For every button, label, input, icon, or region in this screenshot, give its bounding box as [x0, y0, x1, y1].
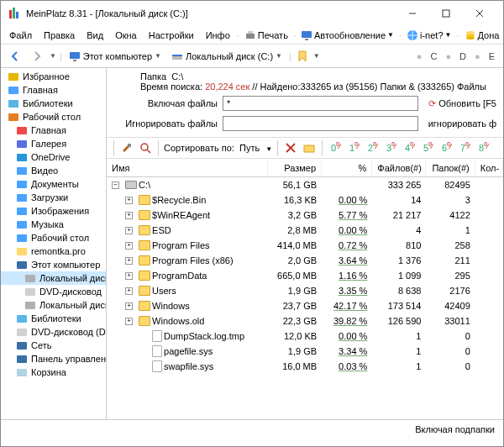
sidebar-item[interactable]: Локальный диск [1, 298, 106, 312]
sidebar-item[interactable]: Рабочий стол [1, 110, 106, 124]
sidebar-item[interactable]: Изображения [1, 204, 106, 218]
table-row[interactable]: + Windows.old 22,3 GB 39.82 % 126 590 33… [107, 313, 503, 329]
table-row[interactable]: − C:\ 56,1 GB 333 265 82495 [107, 177, 503, 192]
file-icon [152, 330, 162, 342]
print-button[interactable]: Печать [241, 28, 291, 43]
group-1-icon[interactable]: 1% [346, 140, 361, 155]
expander-icon[interactable]: + [125, 318, 133, 325]
breadcrumb-pc[interactable]: Этот компьютер ▼ [66, 50, 165, 63]
sidebar-item[interactable]: Локальный диск [1, 271, 106, 285]
table-row[interactable]: + $Recycle.Bin 16,3 KB 0.00 % 14 3 [107, 192, 503, 208]
expander-icon[interactable]: + [125, 227, 133, 234]
sidebar-item[interactable]: Музыка [1, 218, 106, 231]
delete-icon[interactable] [283, 140, 298, 155]
group-0-icon[interactable]: 0% [328, 140, 343, 155]
table-row[interactable]: + ESD 2,8 MB 0.00 % 4 1 [107, 223, 503, 238]
refresh-button[interactable]: ⟳ Обновить [F5 [428, 98, 496, 109]
menu-view[interactable]: Вид [81, 29, 108, 42]
minimize-button[interactable] [396, 3, 429, 24]
sidebar-item[interactable]: Рабочий стол [1, 231, 106, 245]
group-4-icon[interactable]: 4% [402, 140, 417, 155]
group-5-icon[interactable]: 5% [420, 140, 435, 155]
menu-info[interactable]: Инфо [201, 29, 235, 42]
maximize-button[interactable] [429, 3, 463, 24]
col-size[interactable]: Размер [268, 160, 322, 176]
sidebar-item-label: Галерея [31, 139, 66, 149]
sidebar-item[interactable]: Библиотеки [1, 97, 106, 110]
row-size: 12,0 KB [268, 330, 322, 342]
menu-windows[interactable]: Окна [110, 29, 142, 42]
menu-settings[interactable]: Настройки [144, 29, 199, 42]
table-row[interactable]: + Windows 23,7 GB 42.17 % 173 514 42409 [107, 298, 503, 313]
table-row[interactable]: + Program Files (x86) 2,0 GB 3.64 % 1 37… [107, 253, 503, 268]
row-dirs: 42409 [426, 300, 475, 312]
sidebar-item[interactable]: DVD-дисковод (D:) [1, 325, 106, 339]
col-name[interactable]: Имя [107, 160, 268, 176]
table-row[interactable]: DumpStack.log.tmp 12,0 KB 0.00 % 1 0 [107, 329, 503, 344]
expander-icon[interactable]: + [125, 302, 133, 310]
sidebar-item[interactable]: Галерея [1, 137, 106, 150]
ignore-input[interactable] [223, 116, 418, 131]
group-3-icon[interactable]: 3% [383, 140, 398, 155]
open-icon[interactable] [302, 140, 317, 155]
group-6-icon[interactable]: 6% [438, 140, 454, 155]
drive-letter-e[interactable]: E [486, 51, 498, 61]
expander-icon[interactable]: − [112, 181, 119, 189]
sidebar-item[interactable]: DVD-дисковод [1, 285, 106, 298]
col-pct[interactable]: % [322, 160, 372, 176]
table-row[interactable]: + Program Files 414,0 MB 0.72 % 810 258 [107, 238, 503, 253]
sidebar-item[interactable]: Видео [1, 164, 106, 177]
expander-icon[interactable]: + [125, 257, 133, 265]
expander-icon[interactable]: + [125, 272, 133, 280]
hammer-icon[interactable] [119, 140, 134, 155]
breadcrumb-drive[interactable]: Локальный диск (C:) ▼ [168, 50, 286, 63]
sidebar-item[interactable]: Панель управления [1, 352, 106, 365]
table-row[interactable]: + Users 1,9 GB 3.35 % 8 638 2176 [107, 283, 503, 298]
inet-button[interactable]: i-net? ▼ [403, 28, 454, 43]
group-7-icon[interactable]: 7% [457, 140, 472, 155]
col-dirs[interactable]: Папок(#) [426, 160, 475, 176]
autoupdate-button[interactable]: Автообновление ▼ [297, 28, 397, 43]
sidebar-item-label: Главная [23, 85, 58, 95]
close-button[interactable] [463, 3, 496, 24]
donate-button[interactable]: Дона [461, 28, 503, 43]
expander-icon[interactable]: + [125, 212, 133, 219]
sidebar-item[interactable]: Сеть [1, 339, 106, 352]
search-icon[interactable] [138, 140, 153, 155]
menu-edit[interactable]: Правка [39, 29, 80, 42]
expander-icon[interactable]: + [125, 197, 133, 204]
sidebar-item[interactable]: OneDrive [1, 150, 106, 164]
sidebar-item[interactable]: Загрузки [1, 191, 106, 204]
table-row[interactable]: swapfile.sys 16,0 MB 0.03 % 1 0 [107, 359, 503, 374]
bookmark-icon[interactable] [295, 49, 310, 64]
sidebar-item[interactable]: Документы [1, 177, 106, 191]
sort-by-dropdown[interactable]: Сортировать по: Путь ▼ [164, 143, 272, 153]
group-2-icon[interactable]: 2% [365, 140, 380, 155]
expander-icon[interactable]: + [125, 242, 133, 250]
sidebar-item[interactable]: Главная [1, 83, 106, 97]
sidebar-item[interactable]: Главная [1, 124, 106, 137]
include-input[interactable] [223, 96, 418, 111]
group-8-icon[interactable]: 8% [475, 140, 491, 155]
table-row[interactable]: pagefile.sys 1,9 GB 3.34 % 1 0 [107, 344, 503, 359]
table-row[interactable]: + ProgramData 665,0 MB 1.16 % 1 099 295 [107, 268, 503, 283]
expander-icon[interactable]: + [125, 287, 133, 295]
row-size: 16,0 MB [268, 360, 322, 372]
file-list[interactable]: − C:\ 56,1 GB 333 265 82495 + $Recycle.B… [107, 177, 503, 419]
sidebar-item[interactable]: remontka.pro [1, 245, 106, 258]
drive-letter-d[interactable]: D [456, 51, 470, 61]
col-files[interactable]: Файлов(#) [372, 160, 426, 176]
sidebar-item-label: Рабочий стол [23, 112, 81, 122]
sidebar-item[interactable]: Корзина [1, 365, 106, 379]
table-row[interactable]: + $WinREAgent 3,2 GB 5.77 % 21 217 4122 [107, 208, 503, 223]
forward-button[interactable] [28, 47, 46, 66]
drive-letter-c[interactable]: C [427, 51, 440, 61]
col-qty[interactable]: Кол- [475, 160, 503, 176]
back-button[interactable] [6, 47, 24, 66]
sidebar-item[interactable]: Избранное [1, 70, 106, 83]
sidebar-item[interactable]: Этот компьютер [1, 258, 106, 271]
menu-file[interactable]: Файл [4, 29, 37, 42]
folder-icon [139, 210, 150, 220]
sidebar-icon [8, 111, 19, 123]
sidebar-item[interactable]: Библиотеки [1, 312, 106, 325]
